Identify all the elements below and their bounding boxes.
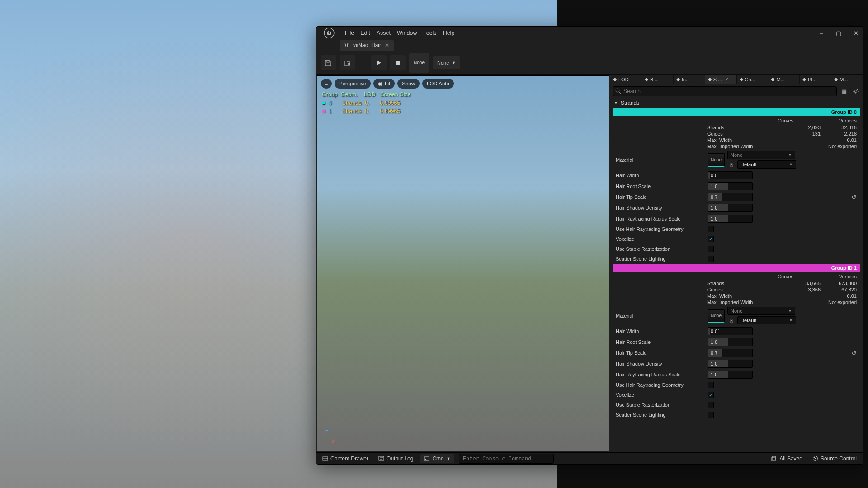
details-tab[interactable]: ◆Bi...	[642, 75, 674, 84]
numeric-input[interactable]: 1.0	[708, 182, 753, 190]
material-thumbnail[interactable]: None	[708, 153, 725, 167]
play-button[interactable]	[371, 55, 387, 70]
menu-asset[interactable]: Asset	[377, 30, 391, 36]
numeric-input[interactable]: 1.0	[708, 338, 753, 346]
stat-row: Max. Imported WidthNot exported	[613, 299, 860, 305]
checkbox[interactable]	[708, 226, 714, 232]
asset-tab[interactable]: viiNao_Hair ✕	[340, 40, 394, 51]
details-tab[interactable]: ◆Ca...	[737, 75, 769, 84]
viewport-perspective-button[interactable]: Perspective	[335, 79, 371, 89]
chevron-down-icon: ▼	[452, 61, 456, 65]
stop-button[interactable]	[390, 55, 406, 70]
menu-file[interactable]: File	[345, 30, 354, 36]
details-tab[interactable]: ◆LOD	[610, 75, 642, 84]
details-search-input[interactable]	[613, 86, 837, 96]
material-slot-dropdown[interactable]: Default▼	[737, 160, 796, 169]
close-window-button[interactable]: ✕	[851, 30, 860, 37]
preview-thumb[interactable]: None	[409, 53, 429, 73]
checkbox[interactable]	[708, 382, 714, 388]
svg-rect-12	[425, 456, 429, 461]
window-controls: ━ ▢ ✕	[817, 30, 860, 37]
use-selected-icon[interactable]: ⎘	[727, 317, 735, 324]
details-settings-button[interactable]	[851, 87, 860, 96]
menu-window[interactable]: Window	[397, 30, 417, 36]
reset-to-default-icon[interactable]: ↺	[851, 349, 859, 357]
property-row: Use Stable Rasterization	[613, 400, 860, 410]
material-thumbnail[interactable]: None	[708, 309, 725, 323]
details-tab[interactable]: ◆M...	[768, 75, 800, 84]
property-row: Scatter Scene Lighting	[613, 254, 860, 264]
checkbox[interactable]	[708, 246, 714, 252]
checkbox[interactable]: ✓	[708, 392, 714, 398]
checkbox[interactable]: ✓	[708, 236, 714, 242]
material-row: Material None None▼ ⎘ Default▼	[613, 150, 860, 170]
reset-to-default-icon[interactable]: ↺	[851, 193, 859, 201]
viewport-show-button[interactable]: Show	[397, 79, 420, 89]
checkbox[interactable]	[708, 256, 714, 262]
stat-row: Strands2,69332,316	[613, 124, 860, 131]
browse-button[interactable]	[340, 55, 355, 70]
stat-row: Max. Imported WidthNot exported	[613, 143, 860, 150]
maximize-button[interactable]: ▢	[834, 30, 843, 37]
details-scroll[interactable]: ▼ Strands Group ID 0CurvesVerticesStrand…	[610, 98, 863, 452]
numeric-input[interactable]: 0.7	[708, 349, 753, 357]
close-tab-icon[interactable]: ✕	[385, 42, 389, 48]
strands-section-label: Strands	[621, 100, 639, 106]
menubar: File Edit Asset Window Tools Help	[319, 25, 454, 41]
details-tab[interactable]: ◆St...✕	[705, 75, 737, 84]
tab-icon: ◆	[740, 76, 743, 82]
numeric-input[interactable]: 1.0	[708, 204, 753, 212]
property-row: Hair Width0.01	[613, 170, 860, 181]
details-tab[interactable]: ◆In...	[674, 75, 705, 84]
group-id-bar: Group ID 0	[613, 108, 860, 116]
material-asset-dropdown[interactable]: None▼	[727, 151, 795, 159]
source-control-button[interactable]: Source Control	[810, 454, 859, 463]
property-row: Use Hair Raytracing Geometry	[613, 224, 860, 234]
viewport-options-button[interactable]: ≡	[321, 79, 332, 89]
tab-label: Ca...	[745, 77, 755, 82]
numeric-input[interactable]: 0.7	[708, 193, 753, 201]
svg-rect-3	[396, 61, 400, 65]
viewport-lod-button[interactable]: LOD Auto	[422, 79, 454, 89]
numeric-input[interactable]: 1.0	[708, 371, 753, 379]
details-tab-bar: ◆LOD◆Bi...◆In...◆St...✕◆Ca...◆M...◆Pl...…	[610, 75, 863, 84]
numeric-input[interactable]: 0.01	[708, 327, 753, 335]
material-slot-dropdown[interactable]: Default▼	[737, 316, 796, 324]
property-row: Hair Tip Scale0.7↺	[613, 192, 860, 202]
cmd-dropdown[interactable]: Cmd ▼	[420, 454, 454, 463]
menu-help[interactable]: Help	[443, 30, 455, 36]
output-log-button[interactable]: Output Log	[376, 454, 416, 463]
minimize-button[interactable]: ━	[817, 30, 826, 37]
close-icon[interactable]: ✕	[725, 76, 729, 82]
numeric-input[interactable]: 0.01	[708, 171, 753, 179]
all-saved-indicator[interactable]: All Saved	[769, 454, 805, 463]
property-row: Hair Raytracing Radius Scale1.0	[613, 213, 860, 224]
svg-rect-9	[379, 456, 384, 460]
numeric-input[interactable]: 1.0	[708, 360, 753, 368]
use-selected-icon[interactable]: ⎘	[727, 161, 735, 168]
groom-icon	[344, 42, 349, 48]
material-asset-dropdown[interactable]: None▼	[727, 307, 795, 315]
preview-viewport[interactable]: ≡ Perspective ◉Lit Show LOD Auto Group G…	[317, 75, 609, 451]
property-row: Hair Shadow Density1.0	[613, 202, 860, 213]
tab-icon: ◆	[613, 76, 617, 82]
property-row: Hair Width0.01	[613, 326, 860, 337]
save-button[interactable]	[321, 55, 336, 70]
details-tab[interactable]: ◆M...	[831, 75, 863, 84]
tab-label: LOD	[618, 77, 629, 82]
search-icon	[615, 88, 621, 94]
menu-edit[interactable]: Edit	[360, 30, 370, 36]
content-drawer-button[interactable]: Content Drawer	[320, 454, 371, 463]
strands-section-header[interactable]: ▼ Strands	[613, 98, 860, 108]
viewport-lit-button[interactable]: ◉Lit	[373, 79, 395, 89]
menu-tools[interactable]: Tools	[423, 30, 436, 36]
details-tab[interactable]: ◆Pl...	[800, 75, 831, 84]
tab-icon: ◆	[676, 76, 680, 82]
checkbox[interactable]	[708, 412, 714, 418]
simulation-dropdown[interactable]: None ▼	[433, 56, 460, 69]
svg-rect-1	[327, 61, 329, 62]
checkbox[interactable]	[708, 402, 714, 408]
console-command-input[interactable]	[459, 454, 554, 464]
details-view-options-button[interactable]: ▦	[840, 87, 849, 96]
numeric-input[interactable]: 1.0	[708, 215, 753, 223]
